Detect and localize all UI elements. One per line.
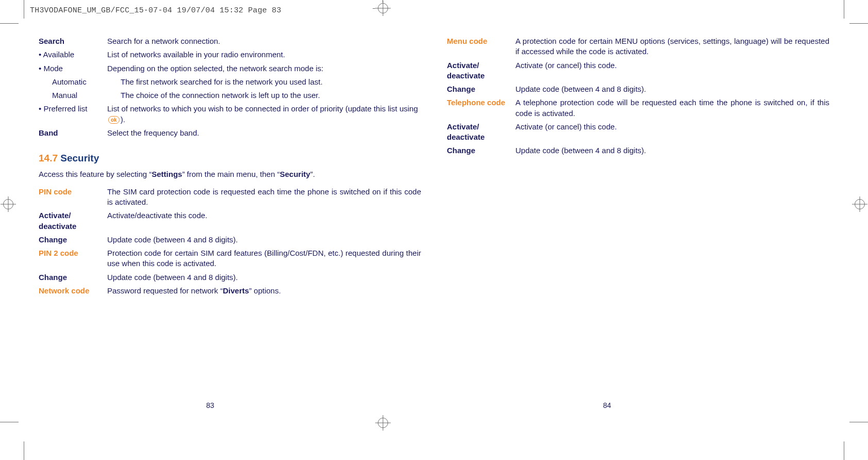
intro-security: Security [280,170,310,178]
page-right: Menu code A protection code for certain … [447,36,829,403]
desc-search: Search for a network connection. [107,36,421,46]
crop-mark [849,23,868,24]
term-mode-label: Mode [43,64,63,73]
desc-change-m: Update code (between 4 and 8 digits). [515,84,829,94]
crop-mark [844,441,844,460]
term-manual: Manual [39,90,121,101]
term-preferred-label: Preferred list [43,104,87,113]
row-network-code: Network code Password requested for netw… [39,286,421,296]
term-telephone-code: Telephone code [447,97,515,108]
desc-available: List of networks available in your radio… [107,50,421,60]
intro-post: ”. [310,170,315,178]
section-title: Security [60,153,99,163]
ok-icon: ok [108,116,120,124]
crop-mark [24,441,24,460]
desc-pin-code: The SIM card protection code is requeste… [107,187,421,208]
term-activate-t: Activate/ deactivate [447,122,515,143]
page-number-left: 83 [206,401,214,409]
term-preferred: • Preferred list [39,104,107,114]
crop-mark [373,8,375,9]
term-change-2: Change [39,272,107,283]
desc-preferred: List of networks to which you wish to be… [107,104,421,125]
term-change-1: Change [39,235,107,245]
term-activate-1: Activate/ deactivate [39,210,107,232]
desc-automatic: The first network searched for is the ne… [121,77,421,87]
crop-mark [0,422,19,422]
desc-network-pre: Password requested for network “ [107,286,223,295]
row-menu-code: Menu code A protection code for certain … [447,36,829,57]
intro-pre: Access this feature by selecting “ [39,170,152,178]
registration-mark-icon [378,3,388,13]
row-mode: • Mode Depending on the option selected,… [39,63,421,74]
desc-menu-code: A protection code for certain MENU optio… [515,36,829,57]
crop-mark [844,0,844,19]
section-number: 14.7 [39,153,58,163]
desc-network-diverts: Diverts [223,286,249,295]
crop-mark [0,23,19,24]
desc-change-2: Update code (between 4 and 8 digits). [107,272,421,283]
desc-change-t: Update code (between 4 and 8 digits). [515,145,829,156]
row-band: Band Select the frequency band. [39,128,421,138]
term-automatic: Automatic [39,77,121,87]
desc-preferred-pre: List of networks to which you wish to be… [107,104,418,113]
term-mode: • Mode [39,63,107,74]
row-automatic: Automatic The first network searched for… [39,77,421,87]
row-pin-code: PIN code The SIM card protection code is… [39,187,421,208]
desc-activate-t: Activate (or cancel) this code. [515,122,829,132]
crop-mark [24,0,24,19]
row-search: Search Search for a network connection. [39,36,421,46]
bullet-icon: • [39,50,43,59]
crop-mark [849,422,868,422]
row-preferred: • Preferred list List of networks to whi… [39,104,421,125]
print-slug: TH3VODAFONE_UM_GB/FCC_15-07-04 19/07/04 … [30,6,281,15]
page-left: Search Search for a network connection. … [39,36,421,403]
desc-pin2-code: Protection code for certain SIM card fea… [107,248,421,269]
desc-manual: The choice of the connection network is … [121,90,421,101]
desc-preferred-post: ). [121,115,125,124]
desc-network-post: ” options. [249,286,281,295]
registration-mark-icon [3,199,13,209]
term-available-label: Available [43,50,75,59]
term-pin2-code: PIN 2 code [39,248,107,258]
term-search: Search [39,36,107,46]
desc-telephone-code: A telephone protection code will be requ… [515,97,829,119]
section-heading-security: 14.7 Security [39,152,421,165]
row-available: • Available List of networks available i… [39,50,421,60]
desc-band: Select the frequency band. [107,128,421,138]
row-manual: Manual The choice of the connection netw… [39,90,421,101]
term-activate-m: Activate/ deactivate [447,60,515,81]
term-change-m: Change [447,84,515,94]
bullet-icon: • [39,64,43,73]
term-available: • Available [39,50,107,60]
row-activate-m: Activate/ deactivate Activate (or cancel… [447,60,829,81]
row-change-2: Change Update code (between 4 and 8 digi… [39,272,421,283]
desc-change-1: Update code (between 4 and 8 digits). [107,235,421,245]
registration-mark-icon [855,199,865,209]
crop-mark [382,0,383,3]
term-menu-code: Menu code [447,36,515,46]
term-network-code: Network code [39,286,107,296]
section-intro: Access this feature by selecting “Settin… [39,169,421,179]
term-change-t: Change [447,145,515,156]
desc-activate-1: Activate/deactivate this code. [107,210,421,221]
term-band: Band [39,128,107,138]
desc-mode: Depending on the option selected, the ne… [107,63,421,74]
desc-network-code: Password requested for network “Diverts”… [107,286,421,296]
row-telephone-code: Telephone code A telephone protection co… [447,97,829,119]
intro-mid: ” from the main menu, then “ [182,170,279,178]
desc-activate-m: Activate (or cancel) this code. [515,60,829,71]
row-pin2-code: PIN 2 code Protection code for certain S… [39,248,421,269]
intro-settings: Settings [152,170,182,178]
row-change-t: Change Update code (between 4 and 8 digi… [447,145,829,156]
row-activate-1: Activate/ deactivate Activate/deactivate… [39,210,421,232]
row-activate-t: Activate/ deactivate Activate (or cancel… [447,122,829,143]
row-change-1: Change Update code (between 4 and 8 digi… [39,235,421,245]
term-pin-code: PIN code [39,187,107,197]
row-change-m: Change Update code (between 4 and 8 digi… [447,84,829,94]
bullet-icon: • [39,104,43,113]
registration-mark-icon [378,418,388,428]
page-number-right: 84 [603,401,611,409]
